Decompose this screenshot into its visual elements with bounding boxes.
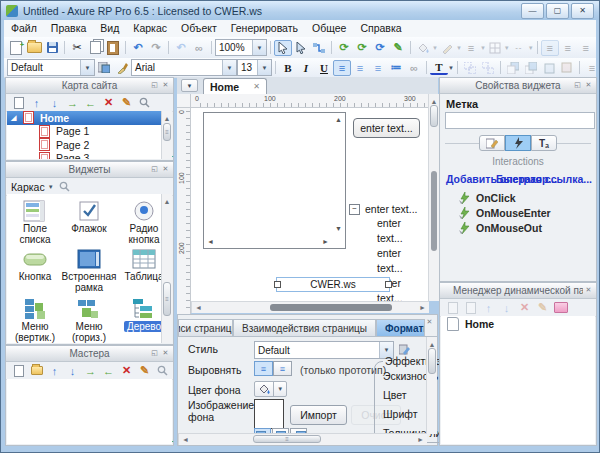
- undo-button[interactable]: ↶: [129, 40, 147, 56]
- widget-library-dropdown-icon[interactable]: ▼: [48, 184, 54, 190]
- font-size-dropdown-icon[interactable]: ▼: [257, 60, 271, 75]
- page-panel-close-icon[interactable]: ✕: [424, 316, 435, 327]
- menu-help[interactable]: Справка: [353, 20, 408, 37]
- preview-button[interactable]: ⟳: [371, 40, 389, 56]
- tab-page-formatting[interactable]: Форматирование страницы: [376, 319, 425, 336]
- tab-annotations[interactable]: [479, 135, 505, 151]
- zoom-select[interactable]: 100% ▼: [215, 39, 267, 56]
- menu-share[interactable]: Общее: [305, 20, 353, 37]
- paste-button[interactable]: [104, 40, 122, 56]
- menu-file[interactable]: Файл: [4, 20, 44, 37]
- font-color-dropdown-icon[interactable]: ▼: [448, 65, 454, 71]
- widget-properties-close-icon[interactable]: ✕: [583, 79, 594, 90]
- font-family-dropdown-icon[interactable]: ▼: [222, 60, 236, 75]
- style-editor-button[interactable]: [95, 60, 113, 76]
- maximize-button[interactable]: ▢: [546, 3, 569, 19]
- sitemap-item-home[interactable]: ◢ Home: [7, 111, 172, 125]
- minimize-button[interactable]: —: [521, 3, 544, 19]
- pointer-add-tool-button[interactable]: [292, 40, 310, 56]
- tree-root-row[interactable]: − enter text...: [349, 202, 427, 216]
- sitemap-item-page1[interactable]: Page 1: [7, 125, 172, 139]
- open-button[interactable]: [25, 40, 43, 56]
- publish-button[interactable]: ✎: [389, 40, 407, 56]
- bold-button[interactable]: B: [279, 60, 297, 76]
- move-up-button[interactable]: ↑: [29, 96, 44, 110]
- dpm-header[interactable]: Менеджер динамической панели ✕: [440, 283, 596, 299]
- tab-home[interactable]: Home ✕: [203, 78, 267, 94]
- dpm-item-home[interactable]: Home: [441, 316, 595, 332]
- event-onmouseout[interactable]: OnMouseOut: [459, 222, 542, 234]
- sitemap-panel-header[interactable]: Карта сайта ◱ ✕: [6, 78, 173, 94]
- rename-master-button[interactable]: ✎: [137, 364, 152, 378]
- canvas-button-widget[interactable]: enter text...: [353, 118, 420, 138]
- connector-tool-button[interactable]: [310, 40, 328, 56]
- widget-button[interactable]: Кнопка: [9, 247, 61, 282]
- add-master-button[interactable]: +: [11, 364, 26, 378]
- copy-button[interactable]: [86, 40, 104, 56]
- menu-generate[interactable]: Генерировать: [224, 20, 305, 37]
- widget-library-select[interactable]: Каркас: [11, 181, 45, 193]
- align-center-button[interactable]: ≡: [351, 60, 369, 76]
- widget-style-dropdown-icon[interactable]: ▼: [80, 60, 94, 75]
- widgets-search-button[interactable]: [57, 180, 72, 194]
- delete-page-button[interactable]: ✕: [101, 96, 116, 110]
- widget-properties-float-icon[interactable]: ◱: [572, 79, 583, 90]
- align-right-button[interactable]: ≡: [369, 60, 387, 76]
- font-color-button[interactable]: T: [430, 60, 448, 75]
- save-button[interactable]: [43, 40, 61, 56]
- scrollbar-thumb[interactable]: ≡: [163, 282, 171, 316]
- scroll-up-icon[interactable]: ▲: [162, 114, 172, 124]
- import-bg-button[interactable]: Импорт: [290, 405, 347, 425]
- masters-list-empty[interactable]: [7, 379, 172, 444]
- widget-checkbox[interactable]: Флажок: [63, 199, 115, 234]
- widgets-float-icon[interactable]: ◱: [149, 163, 160, 174]
- rename-page-button[interactable]: ✎: [119, 96, 134, 110]
- sitemap-scrollbar[interactable]: ▲ ≡ ▼: [161, 111, 172, 159]
- font-size-select[interactable]: 13 ▼: [237, 59, 272, 76]
- widget-menu-vertical[interactable]: Меню (вертик.): [9, 297, 61, 343]
- indent-button[interactable]: →: [65, 96, 80, 110]
- sitemap-item-page3[interactable]: Page 3: [7, 152, 172, 160]
- canvas-listbox-widget[interactable]: ▲ ▼ ◄ ►: [203, 112, 346, 249]
- canvas-selected-text-widget[interactable]: CWER.ws: [276, 277, 390, 292]
- tab-page-notes[interactable]: Записи страницы: [178, 319, 233, 336]
- master-indent-button[interactable]: →: [83, 364, 98, 378]
- event-onmouseenter[interactable]: OnMouseEnter: [459, 207, 551, 219]
- masters-search-button[interactable]: [155, 364, 170, 378]
- page-align-left-button[interactable]: ≡: [254, 361, 273, 376]
- tab-interactions[interactable]: [505, 135, 531, 151]
- italic-button[interactable]: I: [297, 60, 315, 76]
- title-bar[interactable]: Untitled - Axure RP Pro 6.5 : Licensed t…: [1, 1, 599, 20]
- menu-object[interactable]: Объект: [174, 20, 224, 37]
- event-onclick[interactable]: OnClick: [459, 192, 516, 204]
- menu-view[interactable]: Вид: [93, 20, 126, 37]
- bg-color-dropdown-icon[interactable]: ▼: [273, 382, 286, 396]
- toolbar-overflow-button[interactable]: »: [595, 40, 600, 56]
- tree-collapse-icon[interactable]: −: [349, 204, 360, 215]
- widget-listbox[interactable]: Поле списка: [9, 199, 61, 245]
- page-panel-hscrollbar[interactable]: ◄ ≡ ►: [178, 433, 427, 445]
- widgets-close-icon[interactable]: ✕: [160, 163, 171, 174]
- underline-button[interactable]: U: [315, 60, 333, 76]
- scroll-right-icon[interactable]: ►: [417, 436, 424, 443]
- scroll-right-icon[interactable]: ►: [419, 304, 426, 311]
- new-file-button[interactable]: +: [7, 40, 25, 56]
- scroll-left-icon[interactable]: ◄: [182, 436, 189, 443]
- scrollbar-thumb[interactable]: ≡: [253, 435, 321, 443]
- resize-handle-right[interactable]: [385, 281, 392, 288]
- widget-menu-horizontal[interactable]: Меню (гориз.): [63, 297, 115, 343]
- master-down-button[interactable]: ↓: [65, 364, 80, 378]
- design-canvas[interactable]: ▲ ▼ ◄ ► enter text... − enter text... en…: [191, 108, 428, 301]
- dpm-close-icon[interactable]: ✕: [583, 284, 594, 295]
- sitemap-search-button[interactable]: [137, 96, 152, 110]
- generate-prototype-button[interactable]: ⟳: [335, 40, 353, 56]
- move-down-button[interactable]: ↓: [47, 96, 62, 110]
- sitemap-close-icon[interactable]: ✕: [160, 79, 171, 90]
- widgets-panel-header[interactable]: Виджеты ◱ ✕: [6, 162, 173, 178]
- close-button[interactable]: ✕: [571, 3, 594, 19]
- masters-close-icon[interactable]: ✕: [160, 347, 171, 358]
- scrollbar-thumb[interactable]: [270, 304, 392, 311]
- align-left-button[interactable]: ≡: [333, 60, 351, 76]
- resize-handle-left[interactable]: [274, 281, 281, 288]
- menu-wireframe[interactable]: Каркас: [126, 20, 174, 37]
